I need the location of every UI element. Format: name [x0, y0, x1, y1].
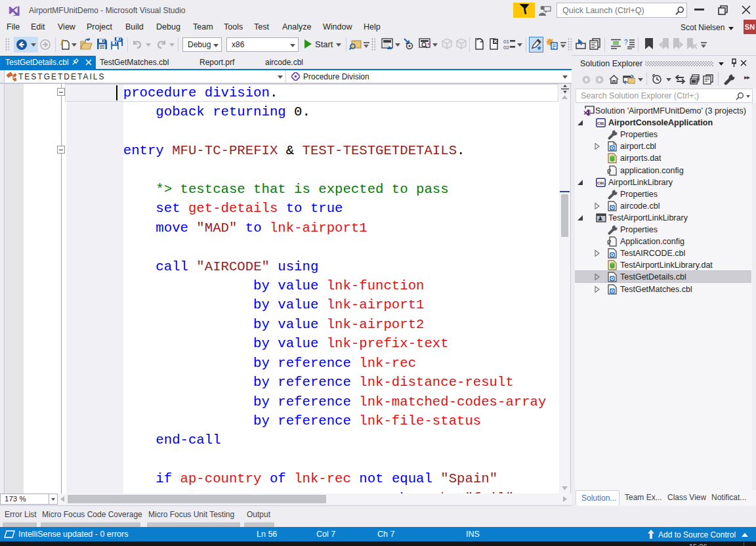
- svg-text:CBL: CBL: [597, 121, 605, 125]
- svg-text:02: 02: [503, 45, 509, 50]
- svg-text:CBL: CBL: [597, 181, 605, 185]
- svg-text:?: ?: [624, 39, 628, 46]
- svg-text:01: 01: [503, 39, 509, 45]
